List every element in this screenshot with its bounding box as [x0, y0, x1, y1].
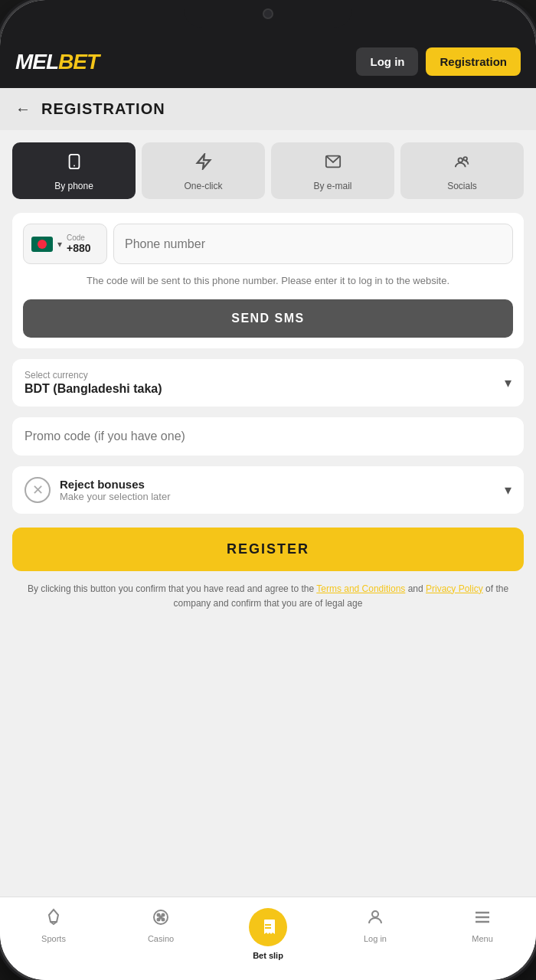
promo-code-section	[12, 417, 524, 456]
terms-and-conditions-link[interactable]: Terms and Conditions	[316, 583, 405, 594]
reject-bonuses-section[interactable]: ✕ Reject bonuses Make your selection lat…	[12, 466, 524, 514]
camera-notch	[263, 8, 273, 19]
header-buttons: Log in Registration	[356, 47, 521, 76]
back-button[interactable]: ←	[15, 100, 31, 118]
main-content: By phone One-click	[0, 130, 536, 897]
tab-socials[interactable]: Socials	[400, 142, 524, 199]
tab-one-click[interactable]: One-click	[142, 142, 265, 199]
svg-point-10	[160, 916, 162, 919]
casino-icon	[152, 908, 170, 931]
bet-slip-button	[249, 908, 287, 946]
country-flag	[31, 237, 53, 252]
currency-value: BDT (Bangladeshi taka)	[25, 382, 162, 396]
reject-text-block: Reject bonuses Make your selection later	[60, 478, 171, 502]
socials-tab-icon	[454, 153, 471, 175]
currency-chevron-icon: ▾	[505, 374, 511, 391]
page-title: REGISTRATION	[41, 100, 165, 118]
reject-bonuses-title: Reject bonuses	[60, 478, 171, 491]
login-button[interactable]: Log in	[356, 47, 418, 76]
logo-text: MELBET	[15, 50, 99, 74]
tab-one-click-label: One-click	[184, 181, 222, 191]
phone-section: ▾ Code +880 The code will be sent to thi…	[12, 213, 524, 348]
country-selector[interactable]: ▾ Code +880	[23, 224, 107, 264]
registration-button[interactable]: Registration	[426, 47, 521, 76]
nav-bet-slip-label: Bet slip	[253, 951, 283, 960]
code-value: +880	[67, 242, 91, 254]
logo-mel: MEL	[15, 50, 58, 74]
country-chevron-icon: ▾	[57, 239, 62, 250]
nav-login[interactable]: Log in	[322, 903, 429, 965]
nav-casino-label: Casino	[148, 934, 174, 943]
send-sms-button[interactable]: SEND SMS	[23, 299, 513, 338]
currency-selector[interactable]: Select currency BDT (Bangladeshi taka) ▾	[12, 359, 524, 407]
currency-label: Select currency	[25, 370, 162, 381]
phone-hint-text: The code will be sent to this phone numb…	[23, 273, 513, 289]
country-code-block: Code +880	[67, 234, 91, 254]
nav-sports[interactable]: Sports	[0, 903, 107, 965]
email-tab-icon	[325, 153, 342, 175]
reject-bonuses-chevron-icon: ▾	[505, 482, 511, 498]
svg-point-8	[158, 919, 160, 921]
tab-by-phone-label: By phone	[54, 181, 93, 191]
currency-info: Select currency BDT (Bangladeshi taka)	[25, 370, 162, 396]
tab-by-email-label: By e-mail	[313, 181, 351, 191]
tab-by-phone[interactable]: By phone	[12, 142, 136, 199]
nav-sports-label: Sports	[41, 934, 66, 943]
tab-socials-label: Socials	[447, 181, 477, 191]
svg-point-13	[372, 911, 378, 917]
legal-text-before: By clicking this button you confirm that…	[28, 583, 316, 594]
nav-menu[interactable]: Menu	[429, 903, 536, 965]
promo-code-input[interactable]	[25, 430, 511, 443]
bottom-navigation: Sports Casino	[0, 897, 536, 980]
reject-bonuses-subtitle: Make your selection later	[60, 491, 171, 502]
phone-number-input[interactable]	[113, 224, 513, 264]
legal-text: By clicking this button you confirm that…	[12, 582, 524, 611]
login-nav-icon	[366, 908, 384, 931]
svg-point-7	[162, 914, 165, 916]
menu-icon	[473, 908, 492, 931]
logo-bet: BET	[58, 50, 99, 74]
nav-login-label: Log in	[364, 934, 387, 943]
svg-point-6	[158, 914, 160, 916]
nav-bet-slip[interactable]: Bet slip	[214, 903, 322, 965]
nav-casino[interactable]: Casino	[107, 903, 214, 965]
page-title-bar: ← REGISTRATION	[0, 88, 536, 130]
reject-icon: ✕	[25, 477, 51, 503]
app-header: MELBET Log in Registration	[0, 38, 536, 88]
nav-menu-label: Menu	[472, 934, 493, 943]
svg-point-4	[463, 157, 467, 161]
svg-point-3	[458, 158, 462, 162]
privacy-policy-link[interactable]: Privacy Policy	[426, 583, 483, 594]
register-button[interactable]: REGISTER	[12, 528, 524, 571]
code-label: Code	[67, 234, 91, 242]
legal-and: and	[408, 583, 426, 594]
tab-by-email[interactable]: By e-mail	[271, 142, 394, 199]
one-click-tab-icon	[195, 153, 212, 175]
svg-rect-0	[69, 155, 79, 168]
phone-tab-icon	[66, 153, 83, 175]
svg-point-9	[162, 919, 165, 921]
registration-tabs: By phone One-click	[12, 142, 524, 199]
logo: MELBET	[15, 50, 99, 74]
svg-point-1	[74, 165, 75, 167]
sports-icon	[44, 908, 63, 931]
reject-left: ✕ Reject bonuses Make your selection lat…	[25, 477, 171, 503]
phone-input-row: ▾ Code +880	[23, 224, 513, 264]
